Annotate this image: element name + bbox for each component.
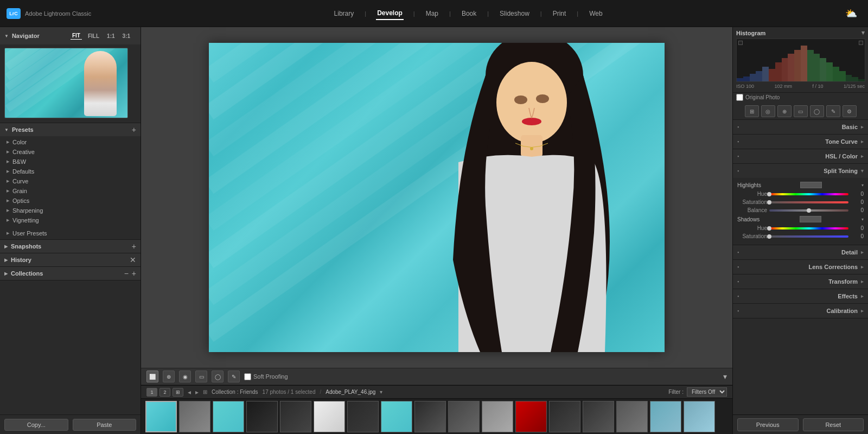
nav-print[interactable]: Print bbox=[552, 8, 567, 20]
toolbar-end-btn[interactable]: ▾ bbox=[723, 372, 727, 381]
collections-remove-btn[interactable]: − bbox=[124, 270, 129, 277]
nav-slideshow[interactable]: Slideshow bbox=[499, 8, 531, 20]
zoom-3to1[interactable]: 3:1 bbox=[121, 33, 132, 40]
filmstrip-thumb-9[interactable] bbox=[448, 401, 480, 432]
filename-dropdown-icon[interactable]: ▾ bbox=[380, 389, 382, 395]
balance-slider[interactable] bbox=[769, 209, 848, 212]
zoom-fill[interactable]: FILL bbox=[86, 33, 101, 40]
filmstrip-thumb-10[interactable] bbox=[482, 401, 513, 432]
filmstrip-nav-left[interactable]: ◂ bbox=[188, 388, 191, 396]
view-btn-2[interactable]: 2 bbox=[159, 388, 170, 397]
filmstrip-thumb-15[interactable] bbox=[650, 401, 681, 432]
preset-optics[interactable]: ▶ Optics bbox=[0, 196, 141, 206]
filmstrip-thumb-1[interactable] bbox=[179, 401, 210, 432]
tool-crop[interactable]: ⊞ bbox=[745, 105, 759, 117]
filmstrip-thumb-11[interactable] bbox=[515, 401, 547, 432]
highlights-saturation-slider[interactable] bbox=[769, 201, 848, 203]
snapshots-add-btn[interactable]: + bbox=[132, 242, 136, 250]
highlights-dropdown-icon[interactable]: ▾ bbox=[861, 183, 864, 188]
tool-extra[interactable]: ⚙ bbox=[843, 105, 857, 117]
adjustment-brush-btn[interactable]: ✎ bbox=[228, 371, 240, 382]
balance-thumb[interactable] bbox=[807, 208, 811, 213]
highlights-hue-slider[interactable] bbox=[769, 193, 848, 195]
section-lens-corrections-header[interactable]: ▪ Lens Corrections ▸ bbox=[733, 260, 868, 274]
section-transform-header[interactable]: ▪ Transform ▸ bbox=[733, 275, 868, 289]
redeye-tool-btn[interactable]: ◉ bbox=[179, 371, 191, 382]
filter-select[interactable]: Filters Off bbox=[687, 387, 727, 397]
filmstrip-thumb-12[interactable] bbox=[549, 401, 580, 432]
section-tone-curve-header[interactable]: ▪ Tone Curve ▸ bbox=[733, 135, 868, 149]
heal-tool-btn[interactable]: ⊕ bbox=[163, 371, 175, 382]
presets-add-btn[interactable]: + bbox=[132, 126, 136, 133]
nav-develop[interactable]: Develop bbox=[376, 7, 404, 20]
navigator-header[interactable]: Navigator FIT FILL 1:1 3:1 bbox=[0, 27, 141, 44]
preset-grain[interactable]: ▶ Grain bbox=[0, 186, 141, 196]
filmstrip-thumb-16[interactable] bbox=[684, 401, 715, 432]
nav-book[interactable]: Book bbox=[461, 8, 477, 20]
section-effects-header[interactable]: ▪ Effects ▸ bbox=[733, 289, 868, 303]
filmstrip-thumb-3[interactable] bbox=[246, 401, 278, 432]
filmstrip-thumb-0[interactable] bbox=[145, 401, 177, 432]
graduated-filter-btn[interactable]: ▭ bbox=[195, 371, 207, 382]
original-photo-checkbox[interactable] bbox=[736, 94, 743, 101]
tool-graduated[interactable]: ▭ bbox=[794, 105, 808, 117]
soft-proofing-checkbox[interactable] bbox=[244, 373, 251, 380]
shadows-hue-thumb[interactable] bbox=[767, 226, 771, 231]
filmstrip-thumb-6[interactable] bbox=[347, 401, 379, 432]
highlights-hue-thumb[interactable] bbox=[767, 192, 771, 196]
nav-web[interactable]: Web bbox=[588, 8, 603, 20]
preset-bw[interactable]: ▶ B&W bbox=[0, 157, 141, 167]
shadows-dropdown-icon[interactable]: ▾ bbox=[861, 217, 864, 222]
view-btn-grid[interactable]: ⊞ bbox=[173, 388, 183, 397]
filmstrip-thumb-7[interactable] bbox=[381, 401, 412, 432]
preset-creative[interactable]: ▶ Creative bbox=[0, 147, 141, 157]
histogram-expand-icon[interactable]: ▾ bbox=[861, 29, 865, 36]
tool-redeye[interactable]: ⊕ bbox=[777, 105, 792, 117]
filmstrip-thumb-4[interactable] bbox=[280, 401, 311, 432]
tool-brush[interactable]: ✎ bbox=[826, 105, 840, 117]
history-header[interactable]: History ✕ bbox=[0, 253, 141, 266]
preset-user[interactable]: ▶ User Presets bbox=[0, 228, 141, 238]
shadows-saturation-thumb[interactable] bbox=[767, 234, 771, 239]
current-filename[interactable]: Adobe_PLAY_46.jpg bbox=[326, 389, 375, 395]
reset-button[interactable]: Reset bbox=[803, 418, 864, 431]
shadows-saturation-slider[interactable] bbox=[769, 235, 848, 238]
tool-radial[interactable]: ◯ bbox=[810, 105, 824, 117]
filmstrip-nav-right[interactable]: ▸ bbox=[195, 388, 199, 396]
filmstrip-thumb-2[interactable] bbox=[213, 401, 244, 432]
nav-map[interactable]: Map bbox=[425, 8, 439, 20]
collections-add-btn[interactable]: + bbox=[132, 270, 136, 277]
shadows-color-swatch[interactable] bbox=[800, 216, 821, 222]
preset-sharpening[interactable]: ▶ Sharpening bbox=[0, 206, 141, 215]
crop-tool-btn[interactable]: ⬜ bbox=[146, 371, 158, 382]
filmstrip-thumb-14[interactable] bbox=[616, 401, 648, 432]
highlights-saturation-thumb[interactable] bbox=[767, 200, 771, 205]
tool-spot[interactable]: ◎ bbox=[761, 105, 775, 117]
nav-library[interactable]: Library bbox=[333, 8, 355, 20]
preset-vignetting[interactable]: ▶ Vignetting bbox=[0, 215, 141, 225]
shadows-hue-slider[interactable] bbox=[769, 227, 848, 229]
filmstrip-thumb-5[interactable] bbox=[314, 401, 345, 432]
preset-color[interactable]: ▶ Color bbox=[0, 137, 141, 147]
presets-header[interactable]: Presets + bbox=[0, 123, 141, 136]
preset-curve[interactable]: ▶ Curve bbox=[0, 176, 141, 186]
zoom-1to1[interactable]: 1:1 bbox=[105, 33, 116, 40]
section-hsl-header[interactable]: ▪ HSL / Color ▸ bbox=[733, 149, 868, 163]
section-calibration-header[interactable]: ▪ Calibration ▸ bbox=[733, 304, 868, 318]
zoom-fit[interactable]: FIT bbox=[71, 32, 82, 40]
section-detail-header[interactable]: ▪ Detail ▸ bbox=[733, 245, 868, 259]
histogram-clip-right[interactable] bbox=[859, 41, 863, 45]
preset-defaults[interactable]: ▶ Defaults bbox=[0, 167, 141, 176]
soft-proofing-control[interactable]: Soft Proofing bbox=[244, 373, 288, 380]
filmstrip-thumb-13[interactable] bbox=[583, 401, 614, 432]
radial-filter-btn[interactable]: ◯ bbox=[212, 371, 224, 382]
view-btn-1[interactable]: 1 bbox=[146, 388, 157, 397]
section-split-toning-header[interactable]: ▪ Split Toning ▾ bbox=[733, 164, 868, 178]
history-clear-btn[interactable]: ✕ bbox=[130, 256, 136, 264]
highlights-color-swatch[interactable] bbox=[800, 182, 822, 188]
filmstrip-thumb-8[interactable] bbox=[414, 401, 446, 432]
histogram-clip-left[interactable] bbox=[738, 41, 743, 45]
collections-header[interactable]: Collections − + bbox=[0, 267, 141, 280]
snapshots-header[interactable]: Snapshots + bbox=[0, 240, 141, 253]
previous-button[interactable]: Previous bbox=[737, 418, 799, 431]
